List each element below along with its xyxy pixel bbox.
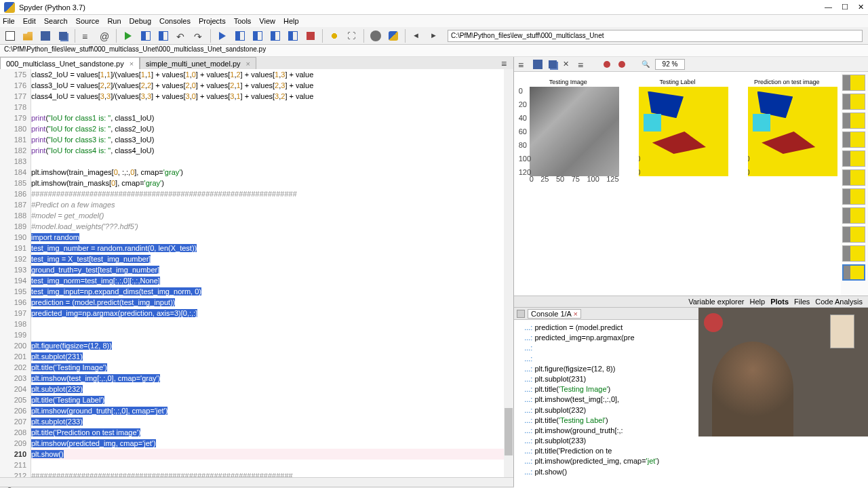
plot-thumbnail-rail[interactable] bbox=[841, 72, 868, 296]
zoom-icon bbox=[642, 60, 651, 69]
debug-button[interactable] bbox=[215, 28, 230, 43]
menu-tools[interactable]: Tools bbox=[234, 17, 252, 25]
plot-menu-button[interactable] bbox=[517, 58, 529, 70]
plot-thumbnail[interactable] bbox=[842, 207, 865, 224]
zoom-button[interactable] bbox=[640, 58, 652, 70]
forward-button[interactable] bbox=[427, 28, 442, 43]
next-icon bbox=[618, 61, 625, 68]
scrollbar-thumb[interactable] bbox=[505, 408, 513, 455]
editor-panel: 000_multiclass_Unet_sandstone.py× simple… bbox=[0, 57, 514, 487]
menu-debug[interactable]: Debug bbox=[130, 17, 151, 25]
vertical-scrollbar[interactable] bbox=[504, 69, 513, 477]
plot-thumbnail[interactable] bbox=[842, 113, 865, 129]
menu-view[interactable]: View bbox=[259, 17, 275, 25]
run-cell-icon bbox=[141, 31, 151, 41]
save-all-icon bbox=[549, 60, 557, 68]
window-title: Spyder (Python 3.7) bbox=[19, 3, 85, 12]
code-editor[interactable]: 1751761771781791801811821831841851861871… bbox=[0, 69, 513, 477]
menu-consoles[interactable]: Consoles bbox=[159, 17, 191, 25]
close-tab-icon[interactable]: × bbox=[246, 60, 250, 68]
at-icon bbox=[100, 31, 109, 41]
plot-thumbnail[interactable] bbox=[842, 150, 865, 167]
menu-search[interactable]: Search bbox=[44, 17, 68, 25]
stop-button[interactable] bbox=[303, 28, 318, 43]
run-cell-advance-button[interactable] bbox=[156, 28, 171, 43]
preferences-button[interactable] bbox=[368, 28, 383, 43]
step-over-button[interactable] bbox=[233, 28, 248, 43]
open-file-button[interactable] bbox=[20, 28, 35, 43]
titlebar: Spyder (Python 3.7) — ☐ ✕ bbox=[0, 0, 868, 15]
tab-variable-explorer[interactable]: Variable explorer bbox=[688, 298, 744, 306]
python-icon bbox=[389, 31, 398, 41]
editor-tab-inactive[interactable]: simple_multi_unet_model.py× bbox=[140, 57, 256, 69]
video-presenter bbox=[712, 342, 793, 436]
arrow-right-icon bbox=[430, 31, 439, 41]
at-button[interactable] bbox=[97, 28, 112, 43]
redo-button[interactable] bbox=[191, 28, 206, 43]
expand-icon bbox=[347, 31, 357, 41]
tab-files[interactable]: Files bbox=[794, 298, 810, 306]
video-lamp bbox=[830, 314, 854, 348]
zoom-input[interactable] bbox=[655, 59, 685, 70]
stop-icon bbox=[307, 32, 315, 40]
plot-thumbnail[interactable] bbox=[842, 226, 865, 243]
working-dir-input[interactable]: C:\PfM\Python_files\lew_stuff\000_multic… bbox=[448, 30, 863, 42]
menubar: File Edit Search Source Run Debug Consol… bbox=[0, 15, 868, 27]
tab-help[interactable]: Help bbox=[750, 298, 766, 306]
editor-tab-active[interactable]: 000_multiclass_Unet_sandstone.py× bbox=[0, 57, 140, 69]
picture-in-picture-video[interactable] bbox=[698, 308, 868, 436]
plot-prediction: Prediction on test image 020406080100120… bbox=[736, 79, 837, 176]
run-button[interactable] bbox=[121, 28, 136, 43]
menu-source[interactable]: Source bbox=[76, 17, 100, 25]
step-out-button[interactable] bbox=[268, 28, 283, 43]
plot-close-all-button[interactable] bbox=[576, 58, 589, 70]
run-cell-button[interactable] bbox=[138, 28, 153, 43]
step-out-icon bbox=[271, 31, 280, 41]
horizontal-scrollbar[interactable] bbox=[0, 477, 513, 487]
menu-run[interactable]: Run bbox=[107, 17, 121, 25]
python-path-button[interactable] bbox=[386, 28, 401, 43]
menu-file[interactable]: File bbox=[3, 17, 15, 25]
tab-plots[interactable]: Plots bbox=[770, 298, 789, 306]
tab-code-analysis[interactable]: Code Analysis bbox=[815, 298, 863, 306]
console-options-icon[interactable] bbox=[517, 310, 525, 318]
step-into-button[interactable] bbox=[250, 28, 265, 43]
save-button[interactable] bbox=[38, 28, 53, 43]
plot-thumbnail[interactable] bbox=[842, 169, 865, 186]
close-tab-icon[interactable]: × bbox=[130, 60, 134, 68]
video-logo-icon bbox=[704, 313, 723, 332]
plot-next-button[interactable] bbox=[616, 58, 628, 70]
menu-edit[interactable]: Edit bbox=[23, 17, 36, 25]
tab-menu-icon[interactable] bbox=[501, 58, 511, 68]
maximize-button[interactable]: ☐ bbox=[842, 3, 848, 12]
menu-projects[interactable]: Projects bbox=[199, 17, 226, 25]
plot-thumbnail[interactable] bbox=[842, 245, 865, 262]
plot-thumbnail[interactable] bbox=[842, 94, 865, 110]
profiler-button[interactable] bbox=[327, 28, 342, 43]
prev-icon bbox=[604, 61, 610, 68]
plot-thumbnail-selected[interactable] bbox=[842, 264, 865, 281]
minimize-button[interactable]: — bbox=[825, 3, 832, 12]
new-file-button[interactable] bbox=[3, 28, 18, 43]
plot-save-all-button[interactable] bbox=[547, 58, 559, 70]
plot-prev-button[interactable] bbox=[601, 58, 613, 70]
file-path-bar: C:\PfM\Python_files\lew_stuff\000_multic… bbox=[0, 45, 868, 57]
undo-button[interactable] bbox=[174, 28, 189, 43]
plot-thumbnail[interactable] bbox=[842, 131, 865, 148]
code-area[interactable]: class2_IoU = values[1,1]/(values[1,1] + … bbox=[31, 69, 513, 477]
close-console-icon[interactable]: × bbox=[573, 310, 577, 318]
plot-toolbar bbox=[514, 57, 868, 72]
plot-close-button[interactable] bbox=[561, 58, 574, 70]
continue-button[interactable] bbox=[285, 28, 300, 43]
back-button[interactable] bbox=[410, 28, 425, 43]
expand-button[interactable] bbox=[344, 28, 359, 43]
plot-save-button[interactable] bbox=[532, 58, 544, 70]
run-cell-advance-icon bbox=[159, 31, 168, 41]
menu-help[interactable]: Help bbox=[283, 17, 299, 25]
plot-thumbnail[interactable] bbox=[842, 188, 865, 205]
close-button[interactable]: ✕ bbox=[858, 3, 864, 12]
console-tab[interactable]: Console 1/A × bbox=[528, 309, 581, 319]
save-all-button[interactable] bbox=[56, 28, 71, 43]
plot-thumbnail[interactable] bbox=[842, 75, 865, 91]
list-button[interactable] bbox=[79, 28, 94, 43]
